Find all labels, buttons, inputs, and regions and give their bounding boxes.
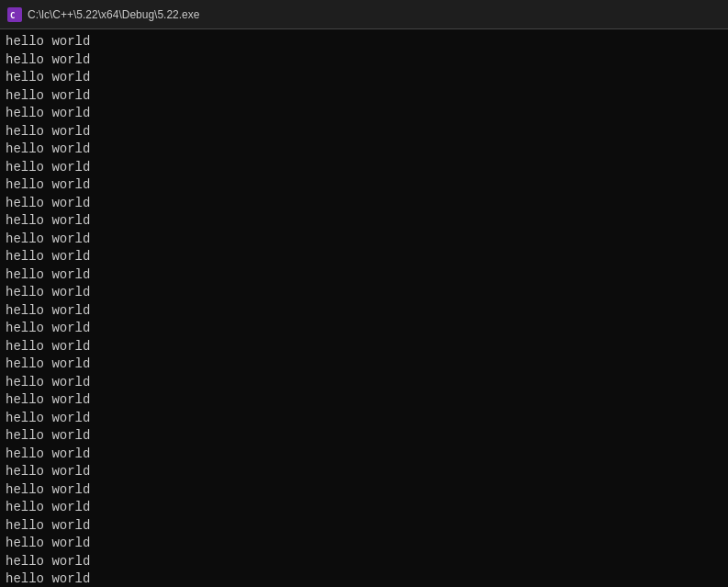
console-line: hello world [6,266,722,285]
cmd-icon: C [7,7,22,22]
console-line: hello world [6,356,722,374]
console-line: hello world [6,570,722,587]
console-line: hello world [6,535,722,553]
console-line: hello world [6,463,722,481]
console-line: hello world [6,159,722,177]
console-line: hello world [6,69,722,87]
window-title: C:\lc\C++\5.22\x64\Debug\5.22.exe [28,8,199,21]
console-line: hello world [6,105,722,123]
console-line: hello world [6,391,722,410]
console-line: hello world [6,141,722,159]
console-line: hello world [6,374,722,392]
console-line: hello world [6,51,722,70]
console-line: hello world [6,231,722,249]
console-line: hello world [6,33,722,51]
svg-text:C: C [10,11,15,20]
console-line: hello world [6,248,722,266]
console-line: hello world [6,176,722,195]
console-line: hello world [6,302,722,321]
console-line: hello world [6,499,722,517]
console-line: hello world [6,410,722,428]
console-line: hello world [6,481,722,500]
console-line: hello world [6,123,722,141]
console-line: hello world [6,427,722,446]
console-line: hello world [6,517,722,536]
console-line: hello world [6,195,722,213]
console-line: hello world [6,553,722,571]
console-line: hello world [6,320,722,338]
console-line: hello world [6,284,722,302]
console-line: hello world [6,212,722,231]
console-line: hello world [6,446,722,464]
console-line: hello world [6,338,722,356]
console-line: hello world [6,87,722,106]
title-bar: C C:\lc\C++\5.22\x64\Debug\5.22.exe [0,0,728,29]
console-output: hello worldhello worldhello worldhello w… [0,29,728,587]
